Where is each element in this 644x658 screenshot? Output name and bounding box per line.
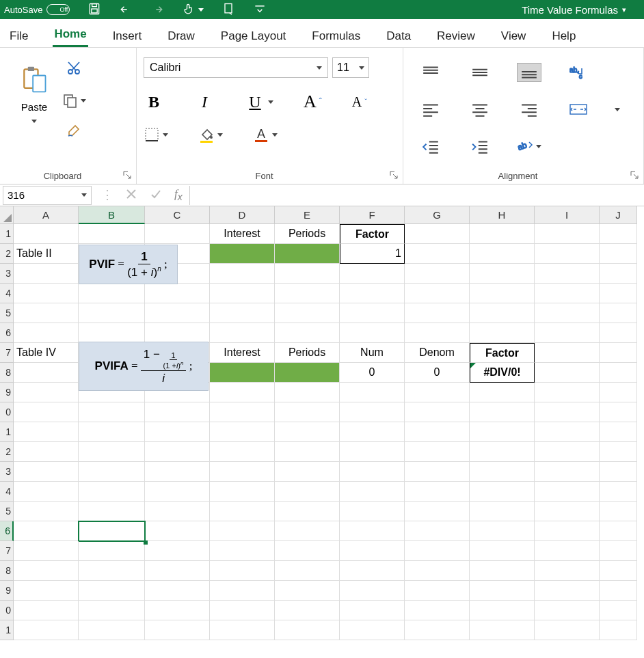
cell[interactable] <box>210 323 275 343</box>
copy-button[interactable] <box>62 92 86 109</box>
align-left-button[interactable] <box>418 100 443 119</box>
cell[interactable] <box>535 422 600 442</box>
align-top-button[interactable] <box>418 63 443 82</box>
tab-home[interactable]: Home <box>53 22 88 47</box>
redo-icon[interactable] <box>150 2 164 18</box>
row-header[interactable]: 3 <box>0 462 14 482</box>
cell[interactable] <box>14 581 79 601</box>
cell[interactable] <box>405 541 470 561</box>
cell[interactable] <box>14 482 79 502</box>
cell[interactable] <box>405 284 470 303</box>
cell[interactable] <box>79 462 145 482</box>
cell[interactable] <box>275 601 340 620</box>
cell[interactable] <box>275 541 340 561</box>
decrease-indent-button[interactable] <box>418 137 443 156</box>
font-color-button[interactable]: A <box>253 126 278 143</box>
cell[interactable] <box>210 422 275 442</box>
row-header[interactable]: 8 <box>0 561 14 581</box>
cell[interactable] <box>14 363 79 383</box>
cell[interactable] <box>600 402 637 422</box>
cell[interactable]: Denom <box>405 343 470 363</box>
row-header[interactable]: 0 <box>0 402 14 422</box>
cell[interactable] <box>535 521 600 541</box>
cell[interactable] <box>275 402 340 422</box>
merge-center-button[interactable] <box>566 100 591 119</box>
cell[interactable] <box>470 581 535 601</box>
cell[interactable] <box>14 383 79 402</box>
col-header-A[interactable]: A <box>14 206 79 224</box>
cell[interactable] <box>340 323 405 343</box>
save-icon[interactable] <box>88 2 101 18</box>
cell[interactable] <box>275 561 340 581</box>
cell[interactable] <box>340 303 405 323</box>
tab-review[interactable]: Review <box>435 24 477 47</box>
cell[interactable] <box>210 541 275 561</box>
tab-page-layout[interactable]: Page Layout <box>219 24 287 47</box>
cell-selected[interactable] <box>79 521 145 541</box>
row-header[interactable]: 4 <box>0 284 14 303</box>
cell[interactable] <box>405 462 470 482</box>
cell[interactable] <box>14 264 79 284</box>
cell[interactable]: Table IV <box>14 343 79 363</box>
cell[interactable] <box>535 502 600 521</box>
cell[interactable] <box>210 482 275 502</box>
cell[interactable] <box>600 284 637 303</box>
cell[interactable] <box>600 244 637 264</box>
cell[interactable] <box>275 521 340 541</box>
dialog-launcher-clipboard[interactable] <box>122 170 132 180</box>
tab-data[interactable]: Data <box>385 24 412 47</box>
row-header[interactable]: 5 <box>0 303 14 323</box>
tab-draw[interactable]: Draw <box>166 24 196 47</box>
row-header[interactable]: 0 <box>0 601 14 620</box>
cell[interactable] <box>210 462 275 482</box>
cell[interactable] <box>600 303 637 323</box>
cell[interactable] <box>275 323 340 343</box>
cell[interactable] <box>470 224 535 244</box>
cell[interactable] <box>14 561 79 581</box>
align-middle-button[interactable] <box>468 63 492 82</box>
cell[interactable] <box>600 502 637 521</box>
cell[interactable] <box>79 422 145 442</box>
row-header[interactable]: 1 <box>0 620 14 640</box>
col-header-D[interactable]: D <box>210 206 275 224</box>
autosave-toggle[interactable]: AutoSave Off <box>4 4 70 15</box>
cell[interactable] <box>600 581 637 601</box>
cell[interactable] <box>210 601 275 620</box>
cell[interactable] <box>275 620 340 640</box>
cell[interactable] <box>535 363 600 383</box>
cell[interactable] <box>600 561 637 581</box>
cell[interactable] <box>600 264 637 284</box>
cell[interactable] <box>145 442 210 462</box>
cell[interactable] <box>14 303 79 323</box>
cell[interactable] <box>340 442 405 462</box>
cut-icon[interactable] <box>66 60 82 79</box>
cell[interactable] <box>600 422 637 442</box>
cell[interactable] <box>79 502 145 521</box>
row-header[interactable]: 2 <box>0 244 14 264</box>
cell[interactable] <box>340 402 405 422</box>
cell[interactable] <box>405 482 470 502</box>
cell[interactable] <box>470 502 535 521</box>
cell[interactable] <box>405 303 470 323</box>
cell[interactable] <box>210 284 275 303</box>
cell[interactable] <box>14 462 79 482</box>
cell[interactable] <box>275 502 340 521</box>
cell[interactable] <box>210 502 275 521</box>
insert-function-button[interactable]: fx <box>174 187 183 202</box>
row-header[interactable]: 6 <box>0 521 14 541</box>
cell[interactable] <box>275 264 340 284</box>
undo-icon[interactable] <box>119 2 133 18</box>
cell[interactable] <box>210 244 275 264</box>
format-painter-icon[interactable] <box>66 122 82 141</box>
font-name-combo[interactable]: Calibri <box>144 57 328 78</box>
cell[interactable] <box>14 601 79 620</box>
cell[interactable]: #DIV/0! <box>470 363 535 383</box>
cell[interactable] <box>535 264 600 284</box>
cell[interactable] <box>535 383 600 402</box>
cell[interactable] <box>405 620 470 640</box>
cell[interactable] <box>535 402 600 422</box>
cell[interactable] <box>145 620 210 640</box>
col-header-J[interactable]: J <box>600 206 637 224</box>
cell[interactable] <box>600 363 637 383</box>
cell[interactable]: Factor <box>470 343 535 363</box>
